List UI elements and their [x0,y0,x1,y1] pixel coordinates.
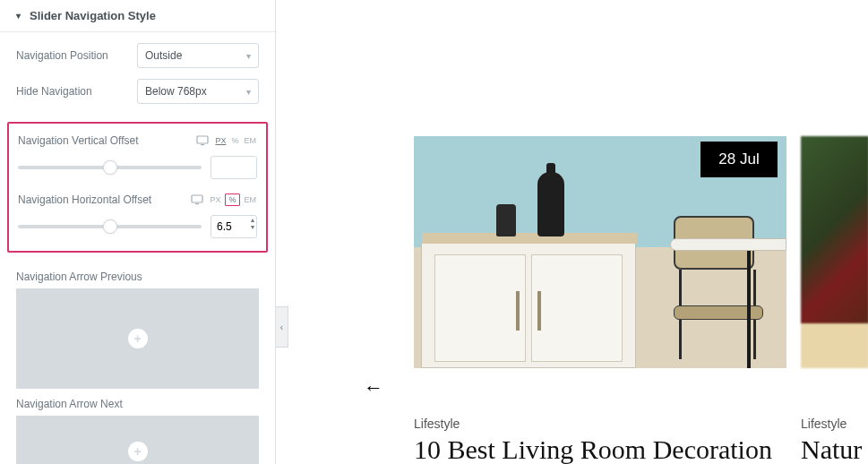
vertical-offset-input[interactable] [211,156,257,179]
horizontal-offset-label: Navigation Horizontal Offset [18,193,185,206]
slider-thumb[interactable] [103,160,117,175]
horizontal-unit-toggle: PX % EM [209,193,257,206]
svg-rect-0 [197,136,208,143]
vertical-offset-slider[interactable] [18,166,202,169]
chevron-down-icon: ▾ [246,51,251,61]
unit-em[interactable]: EM [244,136,258,145]
slide-1-title[interactable]: 10 Best Living Room Decoration [414,434,786,464]
navigation-position-select[interactable]: Outside ▾ [137,43,259,68]
desktop-icon[interactable] [191,194,203,205]
unit-pct[interactable]: % [225,193,239,206]
slide-2-image[interactable] [801,136,868,368]
horizontal-offset-slider[interactable] [18,225,202,228]
section-header[interactable]: ▾ Slider Navigation Style [0,0,275,32]
navigation-position-row: Navigation Position Outside ▾ [0,32,275,68]
arrow-next-label: Navigation Arrow Next [0,389,275,416]
unit-pct[interactable]: % [230,136,239,145]
settings-sidebar: ▾ Slider Navigation Style Navigation Pos… [0,0,276,464]
preview-canvas: ‹ ← 28 Jul Lifestyle 10 Best Living Room… [276,0,868,464]
hide-navigation-label: Hide Navigation [16,85,137,98]
horizontal-offset-header: Navigation Horizontal Offset PX % EM [9,183,266,211]
chevron-down-icon: ▾ [246,87,251,97]
unit-px[interactable]: PX [214,136,227,145]
arrow-previous-image-picker[interactable]: + [16,288,259,389]
slider-thumb[interactable] [103,219,117,234]
svg-rect-2 [192,195,202,202]
svg-rect-1 [201,144,204,145]
slide-2: Lifestyle Natur [801,136,868,464]
caret-down-icon: ▾ [16,11,21,21]
section-title: Slider Navigation Style [30,9,156,22]
horizontal-offset-slider-row: ▴▾ [9,211,266,242]
slide-1-image[interactable]: 28 Jul [414,136,786,368]
unit-px[interactable]: PX [209,195,221,204]
vertical-unit-toggle: PX % EM [214,136,257,145]
arrow-previous-label: Navigation Arrow Previous [0,262,275,288]
slide-2-category[interactable]: Lifestyle [801,417,868,431]
hide-navigation-row: Hide Navigation Below 768px ▾ [0,68,275,113]
plus-icon: + [128,329,148,348]
slider-prev-arrow[interactable]: ← [364,376,383,400]
vertical-offset-label: Navigation Vertical Offset [18,134,191,147]
slide-1: 28 Jul Lifestyle 10 Best Living Room Dec… [414,136,786,464]
unit-em[interactable]: EM [244,195,258,204]
number-stepper[interactable]: ▴▾ [251,217,254,231]
desktop-icon[interactable] [196,135,209,146]
hide-navigation-select[interactable]: Below 768px ▾ [137,79,259,104]
plus-icon: + [128,442,148,461]
collapse-sidebar-button[interactable]: ‹ [276,306,288,348]
offset-highlight-group: Navigation Vertical Offset PX % EM Navig… [7,122,268,253]
vertical-offset-header: Navigation Vertical Offset PX % EM [9,124,266,152]
svg-rect-3 [195,203,199,204]
arrow-next-image-picker[interactable]: + [16,416,259,464]
date-badge: 28 Jul [700,142,778,177]
navigation-position-label: Navigation Position [16,49,137,62]
vertical-offset-slider-row [9,152,266,183]
slide-2-title[interactable]: Natur [801,434,868,464]
slide-1-category[interactable]: Lifestyle [414,417,786,431]
